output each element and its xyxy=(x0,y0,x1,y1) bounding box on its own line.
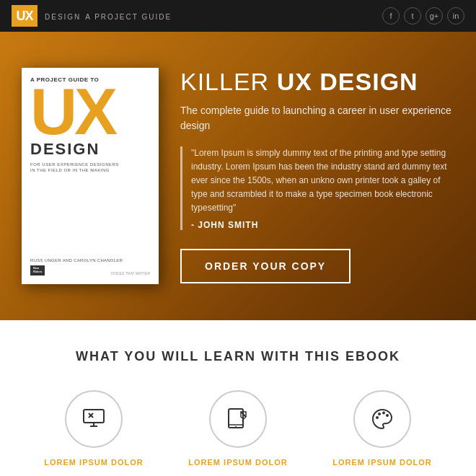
header-title-group: DESIGN A PROJECT GUIDE xyxy=(45,9,172,22)
hero-quote-text: "Lorem Ipsum is simply dummy text of the… xyxy=(191,146,454,216)
feature-item-3: LOREM IPSUM DOLOR xyxy=(328,390,436,467)
book-subtitle: FOR USER EXPERIENCE DESIGNERSIN THE FIEL… xyxy=(30,162,150,174)
svg-point-7 xyxy=(235,426,237,428)
hero-content: KILLER UX DESIGN The complete guide to l… xyxy=(180,69,454,283)
features-row: LOREM IPSUM DOLOR LOREM IPSUM DOLOR xyxy=(22,390,454,467)
book-cover: A PROJECT GUIDE TO UX DESIGN FOR USER EX… xyxy=(22,68,159,284)
book-publisher-logo: NewRiders xyxy=(30,265,45,276)
header: UX DESIGN A PROJECT GUIDE f t g+ in xyxy=(0,0,476,32)
feature-label-2: LOREM IPSUM DOLOR xyxy=(188,458,287,467)
feature-icon-circle-2 xyxy=(209,390,267,448)
feature-label-1: LOREM IPSUM DOLOR xyxy=(44,458,143,467)
header-subtitle: A PROJECT GUIDE xyxy=(85,13,172,21)
book-voice-text: VOICES THAT MATTER xyxy=(110,271,150,276)
svg-point-11 xyxy=(376,416,379,419)
tablet-pen-icon xyxy=(225,406,251,432)
book-authors: RUSS UNGER AND CAROLYN CHANDLER xyxy=(30,258,150,263)
learn-section-title: WHAT YOU WILL LEARN WITH THIS EBOOK xyxy=(22,349,454,364)
hero-section: A PROJECT GUIDE TO UX DESIGN FOR USER EX… xyxy=(0,32,476,320)
svg-point-12 xyxy=(378,413,381,415)
facebook-icon[interactable]: f xyxy=(382,7,400,25)
hero-quote-author: - JOHN SMITH xyxy=(191,220,454,230)
hero-subtitle: The complete guide to launching a career… xyxy=(180,103,454,133)
social-icons-group: f t g+ in xyxy=(382,7,464,25)
feature-item-2: LOREM IPSUM DOLOR xyxy=(184,390,292,467)
book-design-text: DESIGN xyxy=(30,140,150,159)
hero-quote: "Lorem Ipsum is simply dummy text of the… xyxy=(180,146,454,230)
ux-logo-badge: UX xyxy=(12,5,38,27)
svg-point-13 xyxy=(382,412,385,415)
feature-icon-circle-3 xyxy=(353,390,411,448)
hero-title-regular: KILLER xyxy=(180,68,277,95)
svg-point-14 xyxy=(386,414,389,417)
logo-area: UX DESIGN A PROJECT GUIDE xyxy=(12,5,172,27)
palette-icon xyxy=(369,406,395,432)
hero-title-bold: UX DESIGN xyxy=(277,68,418,95)
monitor-x-icon xyxy=(81,406,107,432)
google-plus-icon[interactable]: g+ xyxy=(426,7,443,25)
feature-icon-circle-1 xyxy=(65,390,123,448)
svg-rect-0 xyxy=(84,410,104,423)
linkedin-icon[interactable]: in xyxy=(447,7,464,25)
order-button[interactable]: ORDER YOUR COPY xyxy=(180,249,351,283)
feature-label-3: LOREM IPSUM DOLOR xyxy=(332,458,431,467)
book-ux-letters: UX xyxy=(30,84,150,140)
feature-item-1: LOREM IPSUM DOLOR xyxy=(40,390,148,467)
twitter-icon[interactable]: t xyxy=(404,7,421,25)
header-title: DESIGN A PROJECT GUIDE xyxy=(45,10,172,22)
learn-section: WHAT YOU WILL LEARN WITH THIS EBOOK LORE… xyxy=(0,320,476,476)
hero-title: KILLER UX DESIGN xyxy=(180,69,454,95)
